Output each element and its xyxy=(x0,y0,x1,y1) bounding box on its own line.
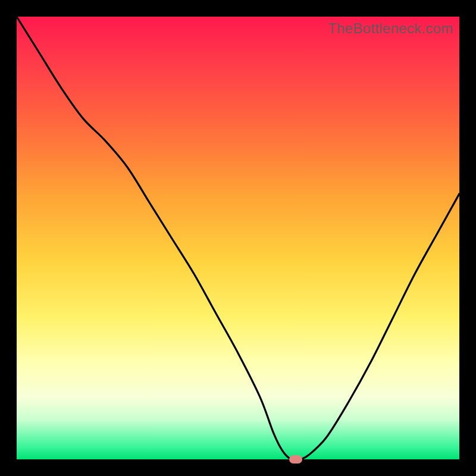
chart-frame: TheBottleneck.com xyxy=(0,0,476,476)
optimum-marker xyxy=(289,455,302,464)
bottleneck-curve xyxy=(17,17,459,459)
plot-area: TheBottleneck.com xyxy=(17,17,459,459)
